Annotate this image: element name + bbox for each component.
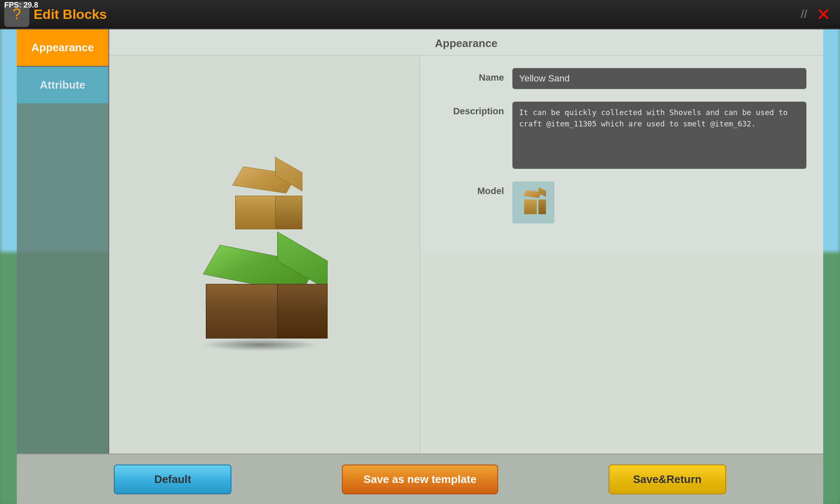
header-separator: // [801, 8, 807, 21]
fps-display: FPS: 29.8 [4, 1, 38, 10]
header-title: Edit Blocks [34, 7, 797, 22]
main-container: Appearance Attribute Appearance [17, 29, 823, 504]
panel-title: Appearance [109, 29, 823, 55]
sidebar: Appearance Attribute [17, 29, 109, 454]
form-area: Name Description It can be quickly colle… [420, 55, 823, 454]
description-row: Description It can be quickly collected … [437, 102, 806, 169]
description-label: Description [437, 102, 504, 117]
mini-block [521, 191, 546, 214]
grass-right-face [277, 284, 328, 339]
grass-front-face [206, 284, 286, 339]
block-scene [176, 154, 353, 364]
model-preview[interactable] [512, 181, 554, 223]
description-textarea[interactable]: It can be quickly collected with <span c… [512, 102, 806, 169]
name-row: Name [437, 68, 806, 89]
header-bar: FPS: 29.8 ? Edit Blocks // ✕ [0, 0, 840, 29]
name-input[interactable] [512, 68, 806, 89]
name-label: Name [437, 68, 504, 83]
content-area: Appearance Attribute Appearance [17, 29, 823, 454]
close-button[interactable]: ✕ [811, 2, 836, 27]
panel-body: Name Description It can be quickly colle… [109, 55, 823, 454]
model-label: Model [437, 181, 504, 197]
default-button[interactable]: Default [114, 465, 231, 494]
model-row: Model [437, 181, 806, 223]
mini-right-face [538, 200, 546, 214]
sand-right-face [275, 196, 302, 229]
bottom-bar: Default Save as new template Save&Return [17, 454, 823, 504]
tab-attribute[interactable]: Attribute [17, 67, 108, 103]
block-shadow [202, 339, 319, 351]
tab-appearance[interactable]: Appearance [17, 29, 108, 67]
sand-front-face [235, 196, 277, 229]
sand-block [227, 171, 302, 229]
preview-area [109, 55, 420, 454]
mini-front-face [524, 200, 537, 214]
grass-block [193, 255, 328, 339]
save-template-button[interactable]: Save as new template [342, 465, 499, 494]
save-return-button[interactable]: Save&Return [609, 465, 726, 494]
main-panel: Appearance [109, 29, 823, 454]
